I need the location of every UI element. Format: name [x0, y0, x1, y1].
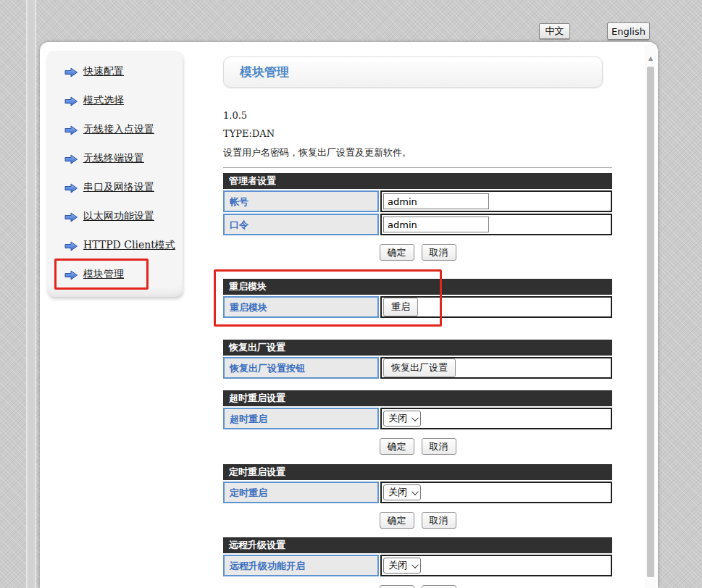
factory-reset-button[interactable]: 恢复出厂设置	[383, 358, 456, 377]
arrow-right-icon	[64, 67, 78, 77]
confirm-button[interactable]: 确定	[380, 438, 414, 455]
sidebar-link[interactable]: HTTPD Client模式	[83, 239, 175, 252]
background-strip	[26, 0, 36, 588]
description-text: 设置用户名密码，恢复出厂设置及更新软件。	[223, 146, 612, 159]
cancel-button[interactable]: 取消	[422, 244, 456, 261]
account-input[interactable]	[383, 193, 489, 209]
arrow-right-icon	[64, 96, 78, 106]
arrow-right-icon	[64, 154, 78, 164]
table-row: 恢复出厂设置按钮恢复出厂设置	[223, 357, 612, 379]
divider	[223, 167, 612, 168]
section-header: 重启模块	[223, 279, 612, 295]
sidebar: 快速配置模式选择无线接入点设置无线终端设置串口及网络设置以太网功能设置HTTPD…	[47, 51, 183, 297]
confirm-button[interactable]: 确定	[380, 244, 414, 261]
sidebar-item-快速配置[interactable]: 快速配置	[64, 62, 183, 81]
table-row: 重启模块重启	[223, 296, 612, 318]
confirm-button[interactable]: 确定	[380, 585, 414, 588]
sidebar-item-模块管理[interactable]: 模块管理	[64, 265, 183, 284]
section-header: 恢复出厂设置	[223, 340, 612, 356]
select-value: 关闭	[388, 412, 407, 425]
sidebar-link[interactable]: 模式选择	[83, 94, 124, 107]
arrow-right-icon	[64, 125, 78, 135]
row-label: 定时重启	[223, 482, 379, 503]
confirm-button[interactable]: 确定	[380, 512, 414, 529]
chevron-down-icon	[411, 488, 419, 495]
table-row: 定时重启关闭	[223, 482, 612, 503]
restart-button[interactable]: 重启	[383, 298, 418, 316]
arrow-right-icon	[64, 182, 78, 193]
settings-section: 定时重启设置定时重启关闭确定取消	[223, 464, 612, 529]
row-value: 重启	[380, 296, 612, 318]
section-header: 管理者设置	[223, 173, 612, 189]
section-actions: 确定取消	[223, 585, 612, 588]
sidebar-link[interactable]: 无线接入点设置	[83, 123, 154, 136]
settings-section: 远程升级设置远程升级功能开启关闭确定取消	[223, 537, 612, 588]
english-language-button[interactable]: English	[607, 22, 650, 40]
table-row: 远程升级功能开启关闭	[223, 555, 612, 576]
row-value	[380, 214, 612, 235]
scrollbar[interactable]: ▲	[645, 45, 656, 588]
main-content: 模块管理 1.0.5 TYPE:DAN 设置用户名密码，恢复出厂设置及更新软件。…	[223, 56, 612, 588]
scroll-up-arrow-icon[interactable]: ▲	[645, 54, 656, 64]
chevron-down-icon	[411, 561, 419, 568]
scrollbar-thumb[interactable]	[647, 67, 654, 577]
row-label: 口令	[223, 214, 379, 235]
sidebar-item-无线终端设置[interactable]: 无线终端设置	[64, 149, 183, 168]
row-value: 关闭	[380, 408, 612, 429]
password-input[interactable]	[383, 217, 489, 232]
scheduled-restart-select[interactable]: 关闭	[383, 484, 421, 500]
sidebar-item-以太网功能设置[interactable]: 以太网功能设置	[64, 207, 183, 226]
chinese-language-button[interactable]: 中文	[539, 23, 570, 39]
sidebar-link[interactable]: 无线终端设置	[83, 152, 144, 165]
section-actions: 确定取消	[223, 244, 612, 261]
sidebar-link[interactable]: 串口及网络设置	[83, 181, 154, 194]
settings-section: 重启模块重启模块重启	[223, 279, 612, 318]
content-panel: 快速配置模式选择无线接入点设置无线终端设置串口及网络设置以太网功能设置HTTPD…	[40, 42, 658, 588]
section-header: 定时重启设置	[223, 464, 612, 480]
row-label: 超时重启	[223, 408, 379, 429]
settings-section: 超时重启设置超时重启关闭确定取消	[223, 390, 612, 455]
row-value	[380, 190, 612, 212]
type-text: TYPE:DAN	[223, 128, 612, 139]
table-row: 超时重启关闭	[223, 408, 612, 429]
select-value: 关闭	[388, 559, 407, 572]
version-text: 1.0.5	[223, 110, 612, 121]
sidebar-link[interactable]: 模块管理	[83, 268, 124, 281]
timeout-restart-select[interactable]: 关闭	[383, 411, 421, 427]
row-value: 关闭	[380, 482, 612, 503]
arrow-right-icon	[64, 240, 78, 251]
table-row: 帐号	[223, 190, 612, 212]
arrow-right-icon	[64, 269, 78, 280]
row-value: 关闭	[380, 555, 612, 576]
settings-section: 管理者设置帐号口令确定取消	[223, 173, 612, 261]
section-header: 超时重启设置	[223, 390, 612, 406]
sidebar-item-串口及网络设置[interactable]: 串口及网络设置	[64, 178, 183, 197]
select-value: 关闭	[388, 486, 407, 499]
section-header: 远程升级设置	[223, 537, 612, 553]
row-label: 帐号	[223, 190, 379, 212]
table-row: 口令	[223, 214, 612, 235]
section-actions: 确定取消	[223, 512, 612, 529]
sidebar-item-无线接入点设置[interactable]: 无线接入点设置	[64, 120, 183, 139]
row-label: 远程升级功能开启	[223, 555, 379, 576]
sidebar-link[interactable]: 快速配置	[83, 65, 124, 78]
settings-section: 恢复出厂设置恢复出厂设置按钮恢复出厂设置	[223, 340, 612, 379]
remote-upgrade-select[interactable]: 关闭	[383, 558, 421, 574]
row-label: 恢复出厂设置按钮	[223, 357, 379, 379]
cancel-button[interactable]: 取消	[422, 585, 456, 588]
arrow-right-icon	[64, 211, 78, 222]
cancel-button[interactable]: 取消	[422, 438, 456, 455]
page-title-box: 模块管理	[223, 56, 603, 88]
cancel-button[interactable]: 取消	[422, 512, 456, 529]
sidebar-item-HTTPD Client模式[interactable]: HTTPD Client模式	[64, 236, 183, 255]
sidebar-item-模式选择[interactable]: 模式选择	[64, 91, 183, 110]
settings-sections: 管理者设置帐号口令确定取消重启模块重启模块重启恢复出厂设置恢复出厂设置按钮恢复出…	[223, 173, 612, 588]
row-label: 重启模块	[223, 296, 379, 318]
sidebar-link[interactable]: 以太网功能设置	[83, 210, 154, 223]
chevron-down-icon	[411, 414, 419, 421]
page-title: 模块管理	[240, 64, 289, 80]
row-value: 恢复出厂设置	[380, 357, 612, 379]
section-actions: 确定取消	[223, 438, 612, 455]
